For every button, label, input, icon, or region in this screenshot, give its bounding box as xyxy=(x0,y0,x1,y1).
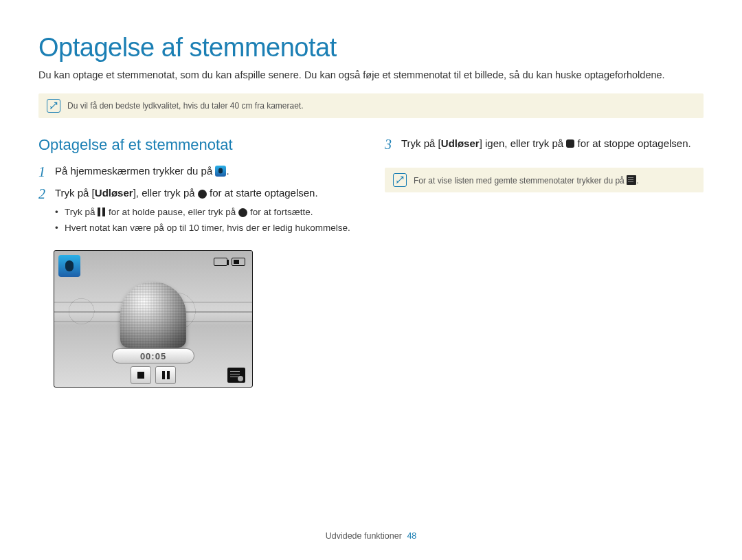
step-body: Tryk på [Udløser], eller tryk på for at … xyxy=(55,186,357,245)
sub-bullets: Tryk på for at holde pause, eller tryk p… xyxy=(55,205,357,236)
bullet-item: Tryk på for at holde pause, eller tryk p… xyxy=(55,205,357,219)
app-icon xyxy=(58,255,80,277)
mic-app-icon xyxy=(215,166,226,177)
text: Tryk på [ xyxy=(55,187,95,199)
pause-button xyxy=(155,366,176,384)
stop-icon xyxy=(566,139,574,148)
note-icon xyxy=(393,173,407,187)
storage-icon xyxy=(214,258,227,266)
note-text: Du vil få den bedste lydkvalitet, hvis d… xyxy=(67,101,304,111)
list-icon xyxy=(627,175,636,185)
note-box-list: For at vise listen med gemte stemmenotat… xyxy=(385,168,704,192)
record-icon xyxy=(198,190,207,199)
note-box-quality: Du vil få den bedste lydkvalitet, hvis d… xyxy=(38,93,704,118)
text: ], eller tryk på xyxy=(133,187,198,199)
text: for at fortsætte. xyxy=(247,207,313,217)
text: Tryk på xyxy=(65,207,98,217)
device-screenshot: 00:05 xyxy=(54,250,253,388)
bold-text: Udløser xyxy=(95,187,133,199)
text: Tryk på [ xyxy=(401,137,441,149)
list-button xyxy=(227,368,245,383)
timer: 00:05 xyxy=(112,348,194,363)
intro-text: Du kan optage et stemmenotat, som du kan… xyxy=(38,68,704,82)
content-columns: Optagelse af et stemmenotat 1 På hjemmes… xyxy=(38,136,704,388)
section-title: Optagelse af et stemmenotat xyxy=(38,136,357,154)
note-icon xyxy=(47,99,60,113)
battery-icon xyxy=(232,258,245,266)
step-number: 1 xyxy=(38,164,48,180)
footer-page-number: 48 xyxy=(407,531,416,541)
right-column: 3 Tryk på [Udløser] igen, eller tryk på … xyxy=(385,136,704,388)
text: . xyxy=(636,176,638,186)
step-1: 1 På hjemmeskærmen trykker du på . xyxy=(38,164,357,180)
text: For at vise listen med gemte stemmenotat… xyxy=(414,176,627,186)
page-title: Optagelse af stemmenotat xyxy=(38,33,704,63)
text: ] igen, eller tryk på xyxy=(480,137,567,149)
step-number: 3 xyxy=(385,136,394,153)
step-body: På hjemmeskærmen trykker du på . xyxy=(55,164,357,180)
step-3: 3 Tryk på [Udløser] igen, eller tryk på … xyxy=(385,136,704,153)
microphone-graphic xyxy=(120,282,186,348)
note-text: For at vise listen med gemte stemmenotat… xyxy=(414,175,638,186)
left-column: Optagelse af et stemmenotat 1 På hjemmes… xyxy=(38,136,357,388)
step-body: Tryk på [Udløser] igen, eller tryk på fo… xyxy=(401,136,704,153)
bullet-item: Hvert notat kan være på op til 10 timer,… xyxy=(55,221,357,235)
stop-button xyxy=(131,366,151,384)
control-bar xyxy=(131,366,176,384)
status-icons xyxy=(214,258,245,266)
text: for at starte optagelsen. xyxy=(207,187,318,199)
pause-icon xyxy=(98,208,106,216)
bold-text: Udløser xyxy=(441,137,480,149)
step-number: 2 xyxy=(38,186,48,245)
step-2: 2 Tryk på [Udløser], eller tryk på for a… xyxy=(38,186,357,245)
text: . xyxy=(226,165,229,177)
footer-section: Udvidede funktioner xyxy=(326,531,402,541)
text: for at stoppe optagelsen. xyxy=(574,137,690,149)
record-icon xyxy=(238,208,247,217)
text: for at holde pause, eller tryk på xyxy=(106,207,238,217)
page-footer: Udvidede funktioner 48 xyxy=(0,531,742,541)
text: På hjemmeskærmen trykker du på xyxy=(55,165,215,177)
